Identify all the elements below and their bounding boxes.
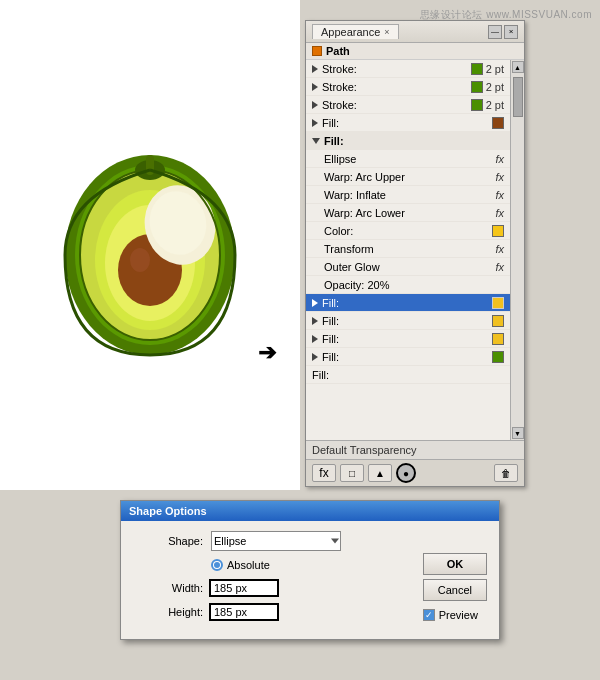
absolute-radio[interactable]: Absolute	[211, 559, 270, 571]
shape-select[interactable]: Ellipse	[211, 531, 341, 551]
transform-label: Transform	[324, 243, 495, 255]
close-tab-icon[interactable]: ×	[384, 27, 389, 37]
fill3-label: Fill:	[322, 333, 488, 345]
expand-icon	[312, 138, 320, 144]
width-input[interactable]	[209, 579, 279, 597]
clear-button[interactable]: □	[340, 464, 364, 482]
fill4-color	[492, 351, 504, 363]
close-button[interactable]: ×	[504, 25, 518, 39]
sub-outer-glow[interactable]: Outer Glow fx	[306, 258, 510, 276]
appearance-tab[interactable]: Appearance ×	[312, 24, 399, 39]
outer-glow-fx: fx	[495, 261, 504, 273]
collapse-icon-3	[312, 101, 318, 109]
collapse-icon-2	[312, 83, 318, 91]
scrollbar-thumb[interactable]	[513, 77, 523, 117]
fill2-label: Fill:	[322, 315, 488, 327]
sub-ellipse[interactable]: Ellipse fx	[306, 150, 510, 168]
panel-titlebar: Appearance × — ×	[306, 21, 524, 43]
fill-row-highlighted[interactable]: Fill:	[306, 294, 510, 312]
collapse-icon-4	[312, 119, 318, 127]
fill3-color	[492, 333, 504, 345]
opacity-label: Opacity: 20%	[324, 279, 504, 291]
fill4-label: Fill:	[322, 351, 488, 363]
fill-row-3[interactable]: Fill:	[306, 330, 510, 348]
stroke-row-3[interactable]: Stroke: 2 pt	[306, 96, 510, 114]
fill-color-brown	[492, 117, 504, 129]
sub-transform[interactable]: Transform fx	[306, 240, 510, 258]
fill-highlight-label: Fill:	[322, 297, 488, 309]
new-effect-button[interactable]: fx	[312, 464, 336, 482]
stroke-color-3	[471, 99, 483, 111]
panel-footer: Default Transparency	[306, 440, 524, 459]
svg-point-6	[130, 248, 150, 272]
shape-select-wrapper: Ellipse	[211, 531, 341, 551]
scrollbar-up-button[interactable]: ▲	[512, 61, 524, 73]
shape-row: Shape: Ellipse	[133, 531, 487, 551]
path-label: Path	[326, 45, 350, 57]
stroke-value-3: 2 pt	[483, 99, 504, 111]
preview-row: ✓ Preview	[423, 609, 487, 621]
warp-arc-lower-label: Warp: Arc Lower	[324, 207, 495, 219]
delete-button[interactable]: 🗑	[494, 464, 518, 482]
panel-content: Stroke: 2 pt Stroke: 2 pt Stroke: 2 pt F…	[306, 60, 510, 384]
minimize-button[interactable]: —	[488, 25, 502, 39]
fill-group-header[interactable]: Fill:	[306, 132, 510, 150]
stroke-row-2[interactable]: Stroke: 2 pt	[306, 78, 510, 96]
stroke-row-1[interactable]: Stroke: 2 pt	[306, 60, 510, 78]
shape-label: Shape:	[133, 535, 203, 547]
panel-scrollbar[interactable]: ▲ ▼	[510, 60, 524, 440]
height-input[interactable]	[209, 603, 279, 621]
add-layer-button[interactable]: ▲	[368, 464, 392, 482]
dialog-body: Shape: Ellipse Absolute Width: Height:	[121, 521, 499, 639]
fill4-triangle	[312, 353, 318, 361]
stroke-value-1: 2 pt	[483, 63, 504, 75]
fill-label-brown: Fill:	[322, 117, 488, 129]
new-style-button[interactable]: ●	[396, 463, 416, 483]
scrollbar-down-button[interactable]: ▼	[512, 427, 524, 439]
panel-toolbar: fx □ ▲ ● 🗑	[306, 459, 524, 486]
stroke-value-2: 2 pt	[483, 81, 504, 93]
appearance-tab-label: Appearance	[321, 26, 380, 38]
transform-fx: fx	[495, 243, 504, 255]
fill-row-5[interactable]: Fill:	[306, 366, 510, 384]
cancel-button[interactable]: Cancel	[423, 579, 487, 601]
color-label: Color:	[324, 225, 488, 237]
ellipse-fx: fx	[495, 153, 504, 165]
fill-highlight-color	[492, 297, 504, 309]
fill5-label: Fill:	[312, 369, 504, 381]
sub-opacity[interactable]: Opacity: 20%	[306, 276, 510, 294]
stroke-label-2: Stroke:	[322, 81, 467, 93]
sub-warp-inflate[interactable]: Warp: Inflate fx	[306, 186, 510, 204]
fill-row-4[interactable]: Fill:	[306, 348, 510, 366]
fill-row-brown[interactable]: Fill:	[306, 114, 510, 132]
collapse-icon	[312, 65, 318, 73]
sub-warp-arc-lower[interactable]: Warp: Arc Lower fx	[306, 204, 510, 222]
fill2-color	[492, 315, 504, 327]
warp-arc-upper-label: Warp: Arc Upper	[324, 171, 495, 183]
path-header: Path	[306, 43, 524, 60]
canvas-area	[0, 0, 300, 490]
ok-button[interactable]: OK	[423, 553, 487, 575]
ellipse-label: Ellipse	[324, 153, 495, 165]
absolute-label: Absolute	[227, 559, 270, 571]
preview-label: Preview	[439, 609, 478, 621]
warp-inflate-label: Warp: Inflate	[324, 189, 495, 201]
fill-group-label: Fill:	[324, 135, 504, 147]
sub-color[interactable]: Color:	[306, 222, 510, 240]
color-swatch-yellow	[492, 225, 504, 237]
warp-arc-lower-fx: fx	[495, 207, 504, 219]
width-label: Width:	[153, 582, 203, 594]
fill2-triangle	[312, 317, 318, 325]
avocado-illustration	[50, 125, 250, 365]
preview-checkbox[interactable]: ✓	[423, 609, 435, 621]
fill3-triangle	[312, 335, 318, 343]
absolute-radio-dot[interactable]	[211, 559, 223, 571]
height-label: Height:	[153, 606, 203, 618]
dialog-titlebar: Shape Options	[121, 501, 499, 521]
sub-warp-arc-upper[interactable]: Warp: Arc Upper fx	[306, 168, 510, 186]
path-icon	[312, 46, 322, 56]
fill-row-2[interactable]: Fill:	[306, 312, 510, 330]
panel-title-tabs: Appearance ×	[312, 24, 399, 39]
panel-controls: — ×	[488, 25, 518, 39]
stroke-color-2	[471, 81, 483, 93]
